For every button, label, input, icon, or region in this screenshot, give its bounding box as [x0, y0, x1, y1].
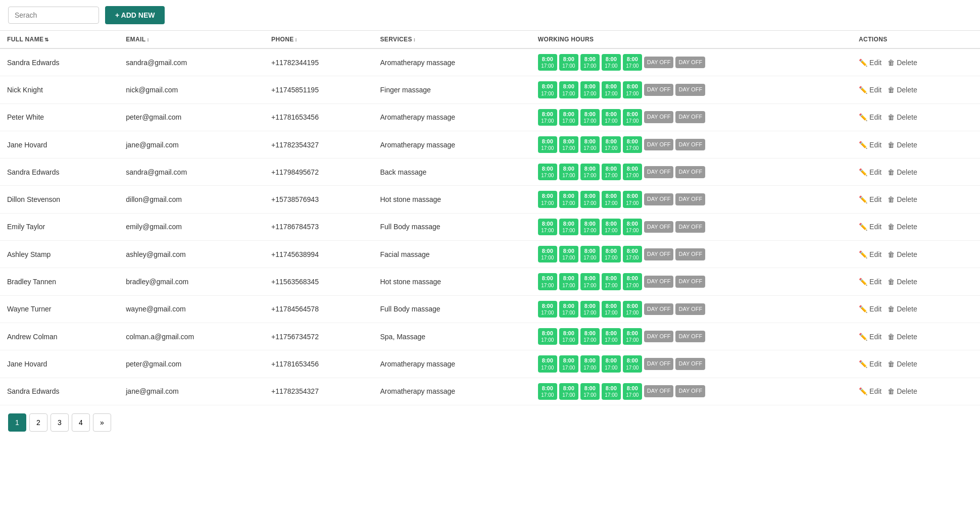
delete-button[interactable]: 🗑 Delete	[888, 59, 917, 67]
next-page-button[interactable]: »	[93, 413, 111, 432]
day-off-badge: DAY OFF	[644, 193, 674, 205]
cell-services: Aromatherapy massage	[373, 131, 531, 158]
delete-button[interactable]: 🗑 Delete	[888, 360, 917, 368]
search-input[interactable]	[8, 7, 99, 24]
cell-phone: +11781653456	[264, 103, 373, 131]
hour-badge: 8:0017:00	[602, 301, 621, 318]
col-working-hours: WORKING HOURS	[531, 31, 852, 48]
edit-button[interactable]: ✏️ Edit	[859, 86, 881, 94]
delete-button[interactable]: 🗑 Delete	[888, 333, 917, 341]
hour-badge: 8:0017:00	[538, 328, 557, 345]
hour-badge: 8:0017:00	[602, 246, 621, 262]
add-new-button[interactable]: + ADD NEW	[105, 6, 165, 24]
cell-email: dillon@gmail.com	[119, 186, 264, 213]
day-off-badge: DAY OFF	[675, 57, 705, 69]
edit-button[interactable]: ✏️ Edit	[859, 305, 881, 313]
hour-badge: 8:0017:00	[602, 54, 621, 71]
edit-button[interactable]: ✏️ Edit	[859, 278, 881, 286]
page-btn-1[interactable]: 1	[8, 413, 26, 432]
delete-button[interactable]: 🗑 Delete	[888, 141, 917, 149]
edit-button[interactable]: ✏️ Edit	[859, 113, 881, 121]
hour-badge: 8:0017:00	[623, 164, 642, 180]
sort-email-icon[interactable]: ↕	[146, 37, 149, 42]
delete-button[interactable]: 🗑 Delete	[888, 113, 917, 121]
cell-working-hours: 8:0017:008:0017:008:0017:008:0017:008:00…	[531, 131, 852, 158]
edit-button[interactable]: ✏️ Edit	[859, 141, 881, 149]
trash-icon: 🗑	[888, 333, 895, 341]
edit-button[interactable]: ✏️ Edit	[859, 59, 881, 67]
delete-button[interactable]: 🗑 Delete	[888, 168, 917, 176]
cell-services: Spa, Massage	[373, 323, 531, 350]
cell-working-hours: 8:0017:008:0017:008:0017:008:0017:008:00…	[531, 186, 852, 213]
trash-icon: 🗑	[888, 86, 895, 94]
hour-badge: 8:0017:00	[580, 191, 600, 207]
hour-badge: 8:0017:00	[538, 219, 557, 235]
delete-button[interactable]: 🗑 Delete	[888, 278, 917, 286]
cell-services: Facial massage	[373, 241, 531, 268]
hour-badge: 8:0017:00	[538, 81, 557, 98]
delete-button[interactable]: 🗑 Delete	[888, 387, 917, 395]
delete-button[interactable]: 🗑 Delete	[888, 305, 917, 313]
edit-button[interactable]: ✏️ Edit	[859, 250, 881, 258]
hour-badge: 8:0017:00	[580, 54, 600, 71]
cell-phone: +11745638994	[264, 241, 373, 268]
cell-actions: ✏️ Edit🗑 Delete	[852, 323, 980, 350]
sort-fullname-icon[interactable]: ⇅	[44, 37, 48, 42]
sort-services-icon[interactable]: ↕	[413, 37, 416, 42]
table-row: Sandra Edwardsjane@gmail.com+11782354327…	[0, 378, 980, 405]
cell-services: Aromatherapy massage	[373, 350, 531, 378]
hour-badge: 8:0017:00	[602, 81, 621, 98]
trash-icon: 🗑	[888, 59, 895, 67]
edit-button[interactable]: ✏️ Edit	[859, 223, 881, 231]
col-services: SERVICES↕	[373, 31, 531, 48]
edit-icon: ✏️	[859, 223, 867, 231]
edit-icon: ✏️	[859, 141, 867, 149]
day-off-badge: DAY OFF	[675, 221, 705, 233]
page-btn-4[interactable]: 4	[72, 413, 90, 432]
day-off-badge: DAY OFF	[675, 193, 705, 205]
cell-actions: ✏️ Edit🗑 Delete	[852, 76, 980, 103]
hour-badge: 8:0017:00	[559, 273, 578, 290]
hour-badge: 8:0017:00	[623, 328, 642, 345]
edit-icon: ✏️	[859, 59, 867, 67]
cell-working-hours: 8:0017:008:0017:008:0017:008:0017:008:00…	[531, 48, 852, 76]
hour-badge: 8:0017:00	[538, 109, 557, 126]
edit-icon: ✏️	[859, 333, 867, 341]
trash-icon: 🗑	[888, 360, 895, 368]
hour-badge: 8:0017:00	[538, 301, 557, 318]
delete-button[interactable]: 🗑 Delete	[888, 195, 917, 203]
hour-badge: 8:0017:00	[538, 355, 557, 372]
hour-badge: 8:0017:00	[559, 81, 578, 98]
day-off-badge: DAY OFF	[644, 358, 674, 370]
hour-badge: 8:0017:00	[580, 328, 600, 345]
cell-phone: +11782354327	[264, 131, 373, 158]
cell-actions: ✏️ Edit🗑 Delete	[852, 213, 980, 240]
delete-button[interactable]: 🗑 Delete	[888, 223, 917, 231]
day-off-badge: DAY OFF	[644, 303, 674, 315]
edit-button[interactable]: ✏️ Edit	[859, 387, 881, 395]
page-btn-3[interactable]: 3	[51, 413, 69, 432]
cell-fullname: Sandra Edwards	[0, 378, 119, 405]
cell-working-hours: 8:0017:008:0017:008:0017:008:0017:008:00…	[531, 76, 852, 103]
edit-button[interactable]: ✏️ Edit	[859, 333, 881, 341]
day-off-badge: DAY OFF	[644, 221, 674, 233]
cell-actions: ✏️ Edit🗑 Delete	[852, 295, 980, 323]
delete-button[interactable]: 🗑 Delete	[888, 250, 917, 258]
page-btn-2[interactable]: 2	[29, 413, 47, 432]
edit-button[interactable]: ✏️ Edit	[859, 168, 881, 176]
hour-badge: 8:0017:00	[602, 136, 621, 153]
cell-fullname: Bradley Tannen	[0, 268, 119, 295]
edit-button[interactable]: ✏️ Edit	[859, 195, 881, 203]
table-row: Peter Whitepeter@gmail.com+11781653456Ar…	[0, 103, 980, 131]
day-off-badge: DAY OFF	[675, 166, 705, 178]
hour-badge: 8:0017:00	[580, 136, 600, 153]
trash-icon: 🗑	[888, 250, 895, 258]
sort-phone-icon[interactable]: ↕	[295, 37, 298, 42]
cell-services: Full Body massage	[373, 295, 531, 323]
cell-working-hours: 8:0017:008:0017:008:0017:008:0017:008:00…	[531, 323, 852, 350]
trash-icon: 🗑	[888, 387, 895, 395]
delete-button[interactable]: 🗑 Delete	[888, 86, 917, 94]
cell-actions: ✏️ Edit🗑 Delete	[852, 159, 980, 186]
edit-icon: ✏️	[859, 360, 867, 368]
edit-button[interactable]: ✏️ Edit	[859, 360, 881, 368]
